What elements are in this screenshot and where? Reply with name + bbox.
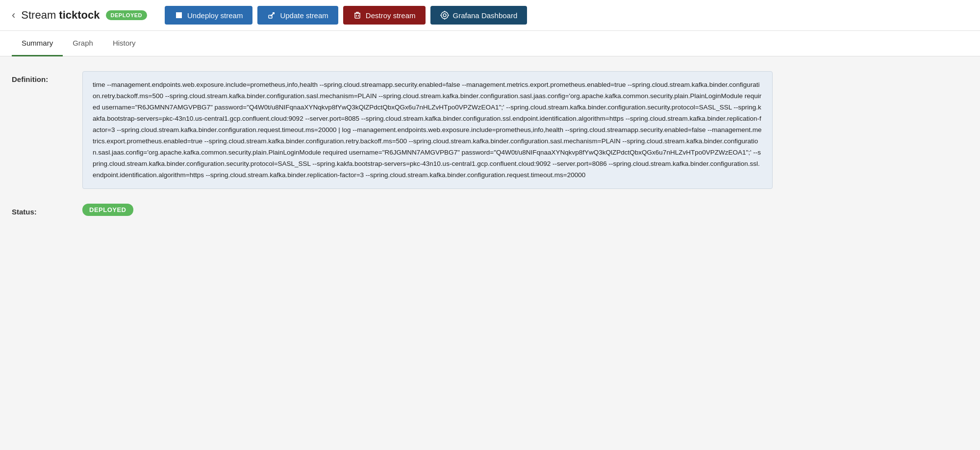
tab-graph[interactable]: Graph: [63, 31, 103, 56]
undeploy-icon: [175, 11, 183, 20]
stream-name: ticktock: [59, 9, 100, 21]
status-section: Status: DEPLOYED: [12, 204, 773, 216]
action-buttons: Undeploy stream Update stream: [165, 6, 527, 25]
destroy-button[interactable]: Destroy stream: [343, 6, 426, 25]
tabs-bar: Summary Graph History: [0, 31, 980, 56]
svg-rect-0: [176, 12, 182, 18]
stream-prefix: Stream: [21, 9, 59, 21]
update-icon: [267, 11, 276, 20]
svg-point-5: [441, 12, 448, 19]
update-button[interactable]: Update stream: [257, 6, 338, 25]
deployed-badge: DEPLOYED: [106, 10, 148, 20]
stream-title-group: ‹ Stream ticktock DEPLOYED: [12, 9, 147, 22]
definition-section: Definition: time --management.endpoints.…: [12, 71, 773, 189]
undeploy-button[interactable]: Undeploy stream: [165, 6, 252, 25]
stream-title: Stream ticktock: [21, 9, 100, 22]
grafana-button[interactable]: Grafana Dashboard: [430, 6, 528, 25]
status-label: Status:: [12, 204, 71, 216]
header: ‹ Stream ticktock DEPLOYED Undeploy stre…: [0, 0, 980, 31]
destroy-icon: [353, 11, 362, 20]
tab-history[interactable]: History: [103, 31, 146, 56]
definition-box: time --management.endpoints.web.exposure…: [82, 71, 773, 189]
definition-label: Definition:: [12, 71, 71, 83]
status-badge: DEPLOYED: [82, 204, 133, 216]
grafana-icon: [440, 11, 449, 20]
svg-rect-2: [355, 13, 360, 18]
back-button[interactable]: ‹: [12, 9, 15, 22]
main-content: Definition: time --management.endpoints.…: [0, 56, 784, 231]
svg-point-6: [443, 14, 446, 17]
tab-summary[interactable]: Summary: [12, 31, 63, 56]
